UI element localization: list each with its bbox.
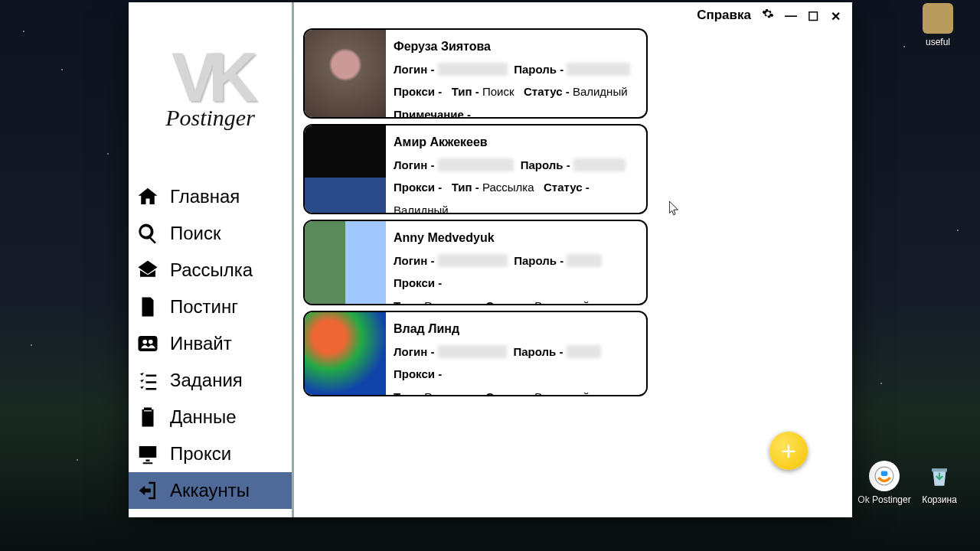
status-label: Статус -	[544, 181, 590, 194]
proxy-label: Прокси -	[394, 367, 442, 380]
type-value: Рассылка	[424, 390, 476, 396]
account-card[interactable]: Anny Medvedyuk Логин - 3xxxxxxxxxx Парол…	[303, 220, 648, 305]
password-label: Пароль -	[514, 254, 564, 267]
password-value: xxxxxxxxxx	[567, 63, 630, 76]
password-value: xxxxxxxx	[573, 158, 626, 171]
type-label: Тип -	[452, 181, 479, 194]
password-label: Пароль -	[513, 345, 563, 358]
nav: Главная Поиск Рассылка Постинг Инвайт За…	[129, 178, 292, 517]
svg-point-4	[149, 340, 153, 344]
svg-rect-1	[881, 471, 888, 477]
people-icon	[135, 331, 161, 357]
status-value: Валидный	[534, 299, 590, 305]
proxy-label: Прокси -	[394, 276, 442, 289]
account-card[interactable]: Влад Линд Логин - xxxxxxxxxxx Пароль - x…	[303, 311, 648, 396]
card-body: Anny Medvedyuk Логин - 3xxxxxxxxxx Парол…	[386, 221, 646, 304]
account-name: Влад Линд	[394, 317, 639, 341]
nav-label: Прокси	[170, 443, 231, 465]
login-label: Логин -	[394, 345, 434, 358]
desktop-icon-label: useful	[911, 37, 965, 47]
nav-label: Постинг	[170, 296, 238, 318]
proxy-label: Прокси -	[394, 181, 442, 194]
nav-accounts[interactable]: Аккаунты	[129, 472, 292, 509]
login-label: Логин -	[394, 63, 434, 76]
card-body: Феруза Зиятова Логин - 7xxxxxxxxxx Парол…	[386, 30, 638, 117]
avatar	[305, 126, 386, 213]
type-value: Поиск	[482, 85, 514, 98]
desktop-icon-label: Корзина	[913, 494, 966, 505]
folder-icon	[923, 3, 953, 34]
status-value: Валидный	[534, 390, 590, 396]
svg-rect-2	[139, 336, 158, 351]
nav-tasks[interactable]: Задания	[129, 362, 292, 399]
password-value: xxxxx	[567, 254, 602, 267]
type-label: Тип -	[394, 299, 421, 305]
nav-label: Задания	[170, 370, 243, 391]
card-body: Влад Линд Логин - xxxxxxxxxxx Пароль - x…	[386, 312, 646, 395]
status-value: Валидный	[573, 85, 628, 98]
desktop-icon-label: Ok Postinger	[858, 494, 911, 505]
nav-data[interactable]: Данные	[129, 399, 292, 435]
trash-icon	[924, 461, 955, 491]
avatar	[305, 221, 386, 304]
nav-proxy[interactable]: Прокси	[129, 435, 292, 472]
document-icon	[135, 294, 161, 320]
login-value: xxxxxxxxxxx	[438, 345, 508, 358]
card-body: Амир Акжекеев Логин - 77424757815 Пароль…	[386, 126, 646, 213]
add-account-button[interactable]: +	[769, 432, 808, 470]
svg-point-3	[142, 340, 147, 344]
nav-invite[interactable]: Инвайт	[129, 325, 292, 362]
app-logo-text: Postinger	[165, 105, 255, 131]
account-name: Феруза Зиятова	[394, 34, 630, 58]
nav-mailing[interactable]: Рассылка	[129, 252, 292, 289]
monitor-icon	[135, 441, 161, 467]
login-label: Логин -	[394, 254, 434, 267]
checklist-icon	[135, 367, 161, 393]
desktop-icon-useful[interactable]: useful	[911, 3, 965, 47]
login-icon	[135, 478, 161, 504]
status-label: Статус -	[485, 299, 531, 305]
cursor-icon	[669, 201, 680, 217]
account-name: Anny Medvedyuk	[394, 226, 639, 249]
account-name: Амир Акжекеев	[394, 130, 639, 154]
nav-label: Поиск	[170, 223, 221, 244]
clipboard-icon	[135, 404, 161, 430]
main-content: Феруза Зиятова Логин - 7xxxxxxxxxx Парол…	[294, 2, 852, 517]
password-label: Пароль -	[521, 158, 570, 171]
type-label: Тип -	[394, 390, 421, 396]
nav-search[interactable]: Поиск	[129, 215, 292, 252]
account-card[interactable]: Амир Акжекеев Логин - 77424757815 Пароль…	[303, 124, 648, 214]
login-label: Логин -	[394, 158, 434, 171]
home-icon	[135, 184, 161, 210]
nav-label: Рассылка	[170, 259, 253, 281]
search-icon	[135, 220, 161, 246]
type-value: Рассылка	[482, 181, 534, 194]
mail-icon	[135, 257, 161, 283]
password-value: xxxxx	[567, 345, 602, 358]
account-card[interactable]: Феруза Зиятова Логин - 7xxxxxxxxxx Парол…	[303, 28, 648, 119]
status-value: Валидный	[394, 204, 449, 214]
avatar	[305, 30, 386, 117]
sidebar: VK Postinger Главная Поиск Рассылка Пост…	[129, 2, 294, 517]
nav-label: Данные	[170, 406, 237, 428]
login-value: 77424757815	[438, 158, 514, 171]
app-logo: VK Postinger	[129, 2, 292, 178]
login-value: 3xxxxxxxxxx	[438, 254, 508, 267]
status-label: Статус -	[524, 85, 570, 98]
app-icon	[869, 461, 900, 491]
note-label: Примечание -	[394, 108, 471, 119]
app-window: Справка — ☐ ✕ VK Postinger Главная Поиск…	[129, 2, 852, 517]
proxy-label: Прокси -	[394, 85, 442, 98]
desktop-icon-ok-postinger[interactable]: Ok Postinger	[858, 461, 911, 505]
nav-posting[interactable]: Постинг	[129, 289, 292, 325]
nav-home[interactable]: Главная	[129, 178, 292, 215]
nav-label: Инвайт	[170, 333, 232, 354]
vk-logo-icon: VK	[172, 50, 249, 105]
avatar	[305, 312, 386, 395]
desktop-icon-recycle-bin[interactable]: Корзина	[913, 461, 966, 505]
plus-icon: +	[781, 436, 796, 466]
status-label: Статус -	[485, 390, 531, 396]
login-value: 7xxxxxxxxxx	[438, 63, 508, 76]
type-value: Рассылка	[424, 299, 476, 305]
nav-label: Аккаунты	[170, 480, 250, 501]
